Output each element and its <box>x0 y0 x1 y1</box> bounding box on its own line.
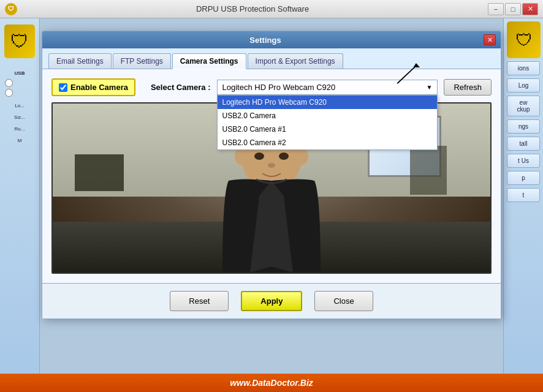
refresh-button[interactable]: Refresh <box>444 79 492 96</box>
tab-ftp-settings[interactable]: FTP Settings <box>113 53 171 69</box>
size-label: Siz... <box>14 115 25 120</box>
right-btn-p[interactable]: p <box>507 171 540 185</box>
right-btn-settings-label: ngs <box>518 123 528 130</box>
dialog-close-button[interactable]: ✕ <box>484 34 496 45</box>
app-logo <box>4 24 35 58</box>
dialog-footer: Reset Apply Close <box>42 283 501 318</box>
right-logo: 🛡 <box>507 21 541 58</box>
usb-label: USB <box>15 70 25 76</box>
right-btn-log-label: Log <box>518 82 529 89</box>
window-controls: − □ ✕ <box>488 3 538 15</box>
select-camera-label: Select Camera : <box>151 83 211 92</box>
right-btn-options-label: ions <box>518 65 529 72</box>
app-icon: 🛡 <box>5 3 17 15</box>
bottom-bar-text: www.DataDoctor.Biz <box>230 378 313 388</box>
camera-option-logitech[interactable]: Logitech HD Pro Webcam C920 <box>218 96 438 109</box>
app-close-button[interactable]: ✕ <box>522 3 538 15</box>
camera-select-wrapper: Logitech HD Pro Webcam C920 ▼ Logitech H… <box>217 80 438 95</box>
right-btn-backup-label: ewckup <box>517 99 530 113</box>
right-btn-settings[interactable]: ngs <box>507 119 540 134</box>
right-btn-contact[interactable]: t Us <box>507 154 540 168</box>
dialog-body: Enable Camera Select Camera : Logitech H… <box>42 69 501 283</box>
run-label: Ru... <box>15 126 25 132</box>
apply-button[interactable]: Apply <box>241 291 302 311</box>
maximize-button[interactable]: □ <box>505 3 521 15</box>
tab-camera-settings[interactable]: Camera Settings <box>172 53 246 69</box>
radio-group <box>3 79 36 97</box>
center-area: Settings ✕ Email Settings FTP Settings C… <box>40 18 503 374</box>
svg-point-7 <box>279 153 289 160</box>
camera-dropdown-trigger[interactable]: Logitech HD Pro Webcam C920 ▼ <box>217 80 438 95</box>
reset-button[interactable]: Reset <box>170 291 229 311</box>
svg-point-9 <box>235 148 247 165</box>
tab-import-export-settings[interactable]: Import & Export Settings <box>248 53 343 69</box>
dialog-title-bar: Settings ✕ <box>42 31 501 48</box>
radio-input-2[interactable] <box>5 89 13 97</box>
right-btn-install-label: tall <box>520 140 528 147</box>
right-btn-t-label: t <box>523 192 525 198</box>
left-sidebar: USB Lo... Siz... Ru... M <box>0 18 40 374</box>
enable-camera-checkbox[interactable]: Enable Camera <box>51 78 135 96</box>
dialog-title: Settings <box>47 36 484 45</box>
close-button[interactable]: Close <box>314 291 373 311</box>
enable-camera-label: Enable Camera <box>70 83 128 92</box>
dropdown-arrow-icon: ▼ <box>427 84 433 91</box>
right-btn-log[interactable]: Log <box>507 78 540 92</box>
radio-input-1[interactable] <box>5 79 13 87</box>
tabs-bar: Email Settings FTP Settings Camera Setti… <box>42 48 501 69</box>
right-btn-contact-label: t Us <box>518 157 529 164</box>
right-btn-p-label: p <box>522 175 525 181</box>
minimize-button[interactable]: − <box>488 3 504 15</box>
right-sidebar: 🛡 ions Log ewckup ngs tall t Us p t <box>503 18 543 374</box>
main-content: USB Lo... Siz... Ru... M Settings ✕ <box>0 18 543 374</box>
log-label: Lo... <box>15 103 25 108</box>
right-btn-backup[interactable]: ewckup <box>507 96 540 116</box>
radio-option-1[interactable] <box>5 79 34 87</box>
selected-camera-text: Logitech HD Pro Webcam C920 <box>222 83 423 92</box>
camera-dropdown-menu: Logitech HD Pro Webcam C920 USB2.0 Camer… <box>217 95 438 150</box>
camera-controls-row: Enable Camera Select Camera : Logitech H… <box>51 78 492 96</box>
settings-dialog: Settings ✕ Email Settings FTP Settings C… <box>42 31 501 319</box>
svg-point-10 <box>296 148 308 165</box>
app-title: DRPU USB Protection Software <box>17 4 488 13</box>
bg-equipment <box>75 154 124 191</box>
bg-cabinet <box>410 146 447 195</box>
camera-option-usb20[interactable]: USB2.0 Camera <box>218 109 438 123</box>
camera-option-usb20-1[interactable]: USB2.0 Camera #1 <box>218 123 438 136</box>
bottom-bar: www.DataDoctor.Biz <box>0 374 543 392</box>
right-btn-options[interactable]: ions <box>507 61 540 75</box>
tab-email-settings[interactable]: Email Settings <box>48 53 112 69</box>
svg-point-8 <box>268 163 275 168</box>
title-bar: 🛡 DRPU USB Protection Software − □ ✕ <box>0 0 543 18</box>
m-label: M <box>18 138 22 143</box>
camera-option-usb20-2[interactable]: USB2.0 Camera #2 <box>218 136 438 149</box>
enable-camera-input[interactable] <box>59 83 67 92</box>
modal-overlay: Settings ✕ Email Settings FTP Settings C… <box>40 18 503 374</box>
radio-option-2[interactable] <box>5 89 34 97</box>
svg-point-6 <box>254 153 264 160</box>
right-btn-install[interactable]: tall <box>507 137 540 151</box>
right-btn-t[interactable]: t <box>507 188 540 202</box>
